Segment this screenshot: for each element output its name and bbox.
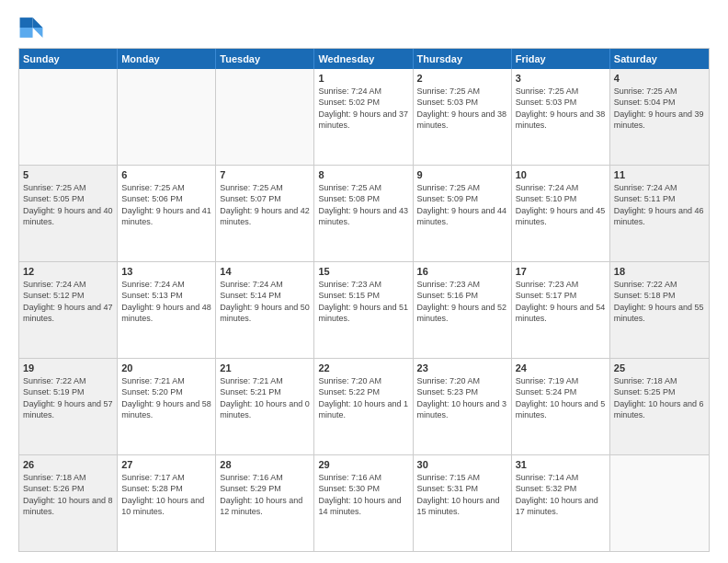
day-number: 4 (614, 72, 705, 85)
calendar-cell: 20Sunrise: 7:21 AM Sunset: 5:20 PM Dayli… (118, 359, 216, 454)
cell-text: Sunrise: 7:17 AM Sunset: 5:28 PM Dayligh… (121, 472, 211, 517)
calendar-cell: 30Sunrise: 7:15 AM Sunset: 5:31 PM Dayli… (414, 455, 512, 551)
cell-text: Sunrise: 7:22 AM Sunset: 5:18 PM Dayligh… (614, 279, 705, 324)
svg-marker-0 (33, 17, 43, 28)
calendar-cell: 31Sunrise: 7:14 AM Sunset: 5:32 PM Dayli… (512, 455, 610, 551)
calendar-cell: 3Sunrise: 7:25 AM Sunset: 5:03 PM Daylig… (512, 69, 610, 165)
cell-text: Sunrise: 7:25 AM Sunset: 5:04 PM Dayligh… (614, 86, 705, 131)
day-number: 26 (23, 458, 113, 471)
calendar-cell: 16Sunrise: 7:23 AM Sunset: 5:16 PM Dayli… (414, 262, 512, 358)
day-number: 25 (614, 362, 705, 374)
day-number: 12 (23, 265, 113, 278)
calendar-cell: 1Sunrise: 7:24 AM Sunset: 5:02 PM Daylig… (314, 69, 413, 165)
day-number: 19 (23, 362, 113, 374)
day-number: 30 (417, 458, 507, 471)
cell-text: Sunrise: 7:25 AM Sunset: 5:06 PM Dayligh… (121, 182, 211, 227)
day-number: 9 (417, 168, 507, 181)
day-number: 6 (121, 168, 211, 181)
logo (18, 15, 48, 40)
calendar-cell (610, 455, 709, 551)
calendar-cell (118, 69, 216, 165)
calendar-cell (19, 69, 118, 165)
svg-marker-1 (33, 28, 43, 38)
cell-text: Sunrise: 7:18 AM Sunset: 5:26 PM Dayligh… (23, 472, 113, 517)
day-number: 5 (23, 168, 113, 181)
cell-text: Sunrise: 7:25 AM Sunset: 5:03 PM Dayligh… (417, 86, 507, 131)
cell-text: Sunrise: 7:25 AM Sunset: 5:09 PM Dayligh… (417, 182, 507, 227)
day-number: 1 (318, 72, 408, 85)
calendar-row-5: 26Sunrise: 7:18 AM Sunset: 5:26 PM Dayli… (19, 454, 709, 551)
svg-rect-2 (20, 17, 33, 28)
calendar-cell (216, 69, 314, 165)
weekday-header-tuesday: Tuesday (216, 49, 314, 69)
day-number: 27 (121, 458, 211, 471)
calendar-header: SundayMondayTuesdayWednesdayThursdayFrid… (19, 49, 709, 69)
cell-text: Sunrise: 7:24 AM Sunset: 5:02 PM Dayligh… (318, 86, 408, 131)
calendar-cell: 19Sunrise: 7:22 AM Sunset: 5:19 PM Dayli… (19, 359, 118, 454)
calendar-cell: 24Sunrise: 7:19 AM Sunset: 5:24 PM Dayli… (512, 359, 610, 454)
cell-text: Sunrise: 7:19 AM Sunset: 5:24 PM Dayligh… (516, 375, 606, 420)
day-number: 22 (318, 362, 408, 374)
day-number: 16 (417, 265, 507, 278)
calendar-body: 1Sunrise: 7:24 AM Sunset: 5:02 PM Daylig… (19, 69, 709, 551)
cell-text: Sunrise: 7:24 AM Sunset: 5:11 PM Dayligh… (614, 182, 705, 227)
day-number: 20 (121, 362, 211, 374)
calendar-cell: 15Sunrise: 7:23 AM Sunset: 5:15 PM Dayli… (314, 262, 413, 358)
cell-text: Sunrise: 7:14 AM Sunset: 5:32 PM Dayligh… (516, 472, 606, 517)
day-number: 15 (318, 265, 408, 278)
calendar-cell: 29Sunrise: 7:16 AM Sunset: 5:30 PM Dayli… (314, 455, 413, 551)
calendar-cell: 10Sunrise: 7:24 AM Sunset: 5:10 PM Dayli… (512, 166, 610, 261)
calendar-cell: 11Sunrise: 7:24 AM Sunset: 5:11 PM Dayli… (610, 166, 709, 261)
calendar-row-3: 12Sunrise: 7:24 AM Sunset: 5:12 PM Dayli… (19, 261, 709, 358)
day-number: 23 (417, 362, 507, 374)
calendar-cell: 21Sunrise: 7:21 AM Sunset: 5:21 PM Dayli… (216, 359, 314, 454)
calendar-cell: 4Sunrise: 7:25 AM Sunset: 5:04 PM Daylig… (610, 69, 709, 165)
day-number: 28 (220, 458, 310, 471)
cell-text: Sunrise: 7:25 AM Sunset: 5:07 PM Dayligh… (220, 182, 310, 227)
cell-text: Sunrise: 7:25 AM Sunset: 5:08 PM Dayligh… (318, 182, 408, 227)
cell-text: Sunrise: 7:16 AM Sunset: 5:30 PM Dayligh… (318, 472, 408, 517)
day-number: 11 (614, 168, 705, 181)
calendar: SundayMondayTuesdayWednesdayThursdayFrid… (18, 48, 710, 552)
day-number: 18 (614, 265, 705, 278)
calendar-row-1: 1Sunrise: 7:24 AM Sunset: 5:02 PM Daylig… (19, 69, 709, 165)
calendar-cell: 13Sunrise: 7:24 AM Sunset: 5:13 PM Dayli… (118, 262, 216, 358)
calendar-cell: 5Sunrise: 7:25 AM Sunset: 5:05 PM Daylig… (19, 166, 118, 261)
cell-text: Sunrise: 7:15 AM Sunset: 5:31 PM Dayligh… (417, 472, 507, 517)
weekday-header-friday: Friday (512, 49, 610, 69)
cell-text: Sunrise: 7:18 AM Sunset: 5:25 PM Dayligh… (614, 375, 705, 420)
day-number: 31 (516, 458, 606, 471)
cell-text: Sunrise: 7:25 AM Sunset: 5:03 PM Dayligh… (516, 86, 606, 131)
day-number: 8 (318, 168, 408, 181)
calendar-row-4: 19Sunrise: 7:22 AM Sunset: 5:19 PM Dayli… (19, 358, 709, 454)
calendar-cell: 7Sunrise: 7:25 AM Sunset: 5:07 PM Daylig… (216, 166, 314, 261)
cell-text: Sunrise: 7:20 AM Sunset: 5:23 PM Dayligh… (417, 375, 507, 420)
calendar-cell: 14Sunrise: 7:24 AM Sunset: 5:14 PM Dayli… (216, 262, 314, 358)
cell-text: Sunrise: 7:24 AM Sunset: 5:14 PM Dayligh… (220, 279, 310, 324)
cell-text: Sunrise: 7:23 AM Sunset: 5:15 PM Dayligh… (318, 279, 408, 324)
cell-text: Sunrise: 7:25 AM Sunset: 5:05 PM Dayligh… (23, 182, 113, 227)
cell-text: Sunrise: 7:24 AM Sunset: 5:13 PM Dayligh… (121, 279, 211, 324)
cell-text: Sunrise: 7:23 AM Sunset: 5:16 PM Dayligh… (417, 279, 507, 324)
calendar-cell: 17Sunrise: 7:23 AM Sunset: 5:17 PM Dayli… (512, 262, 610, 358)
cell-text: Sunrise: 7:16 AM Sunset: 5:29 PM Dayligh… (220, 472, 310, 517)
cell-text: Sunrise: 7:24 AM Sunset: 5:10 PM Dayligh… (516, 182, 606, 227)
weekday-header-saturday: Saturday (610, 49, 709, 69)
weekday-header-monday: Monday (118, 49, 216, 69)
calendar-cell: 27Sunrise: 7:17 AM Sunset: 5:28 PM Dayli… (118, 455, 216, 551)
day-number: 7 (220, 168, 310, 181)
day-number: 10 (516, 168, 606, 181)
calendar-cell: 12Sunrise: 7:24 AM Sunset: 5:12 PM Dayli… (19, 262, 118, 358)
cell-text: Sunrise: 7:22 AM Sunset: 5:19 PM Dayligh… (23, 375, 113, 420)
svg-rect-3 (20, 28, 33, 38)
cell-text: Sunrise: 7:21 AM Sunset: 5:20 PM Dayligh… (121, 375, 211, 420)
calendar-cell: 2Sunrise: 7:25 AM Sunset: 5:03 PM Daylig… (414, 69, 512, 165)
calendar-cell: 18Sunrise: 7:22 AM Sunset: 5:18 PM Dayli… (610, 262, 709, 358)
cell-text: Sunrise: 7:23 AM Sunset: 5:17 PM Dayligh… (516, 279, 606, 324)
calendar-cell: 23Sunrise: 7:20 AM Sunset: 5:23 PM Dayli… (414, 359, 512, 454)
logo-icon (18, 15, 44, 40)
calendar-cell: 8Sunrise: 7:25 AM Sunset: 5:08 PM Daylig… (314, 166, 413, 261)
day-number: 24 (516, 362, 606, 374)
header (18, 15, 710, 40)
weekday-header-wednesday: Wednesday (314, 49, 413, 69)
